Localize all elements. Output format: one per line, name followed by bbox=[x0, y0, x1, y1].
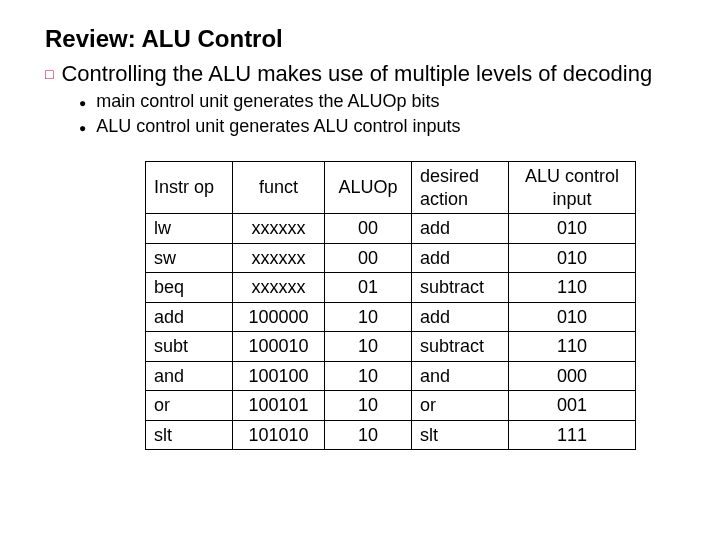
alu-control-table: Instr op funct ALUOp desired action ALU … bbox=[145, 161, 636, 450]
cell-aluop: 10 bbox=[325, 361, 412, 391]
cell-instr: subt bbox=[146, 332, 233, 362]
cell-action: subtract bbox=[412, 273, 509, 303]
cell-instr: slt bbox=[146, 420, 233, 450]
cell-funct: 100101 bbox=[233, 391, 325, 421]
sub-bullet-text: ALU control unit generates ALU control i… bbox=[96, 116, 460, 137]
main-bullet-text: Controlling the ALU makes use of multipl… bbox=[61, 61, 652, 87]
cell-funct: 100100 bbox=[233, 361, 325, 391]
main-bullet: □ Controlling the ALU makes use of multi… bbox=[45, 61, 690, 87]
cell-funct: xxxxxx bbox=[233, 243, 325, 273]
cell-funct: 101010 bbox=[233, 420, 325, 450]
cell-action: or bbox=[412, 391, 509, 421]
cell-funct: 100000 bbox=[233, 302, 325, 332]
col-header-aluop: ALUOp bbox=[325, 162, 412, 214]
cell-aluop: 10 bbox=[325, 420, 412, 450]
dot-bullet-icon: ● bbox=[79, 122, 86, 134]
cell-instr: sw bbox=[146, 243, 233, 273]
table-row: add10000010add010 bbox=[146, 302, 636, 332]
cell-instr: add bbox=[146, 302, 233, 332]
sub-bullet: ● ALU control unit generates ALU control… bbox=[79, 116, 690, 137]
cell-action: slt bbox=[412, 420, 509, 450]
cell-instr: beq bbox=[146, 273, 233, 303]
cell-ctrl: 110 bbox=[509, 273, 636, 303]
cell-action: and bbox=[412, 361, 509, 391]
cell-instr: or bbox=[146, 391, 233, 421]
sub-bullet-text: main control unit generates the ALUOp bi… bbox=[96, 91, 439, 112]
cell-ctrl: 001 bbox=[509, 391, 636, 421]
table-row: swxxxxxx00add010 bbox=[146, 243, 636, 273]
cell-ctrl: 111 bbox=[509, 420, 636, 450]
col-header-ctrl: ALU control input bbox=[509, 162, 636, 214]
cell-action: subtract bbox=[412, 332, 509, 362]
cell-ctrl: 010 bbox=[509, 302, 636, 332]
cell-aluop: 00 bbox=[325, 214, 412, 244]
table-row: and10010010and000 bbox=[146, 361, 636, 391]
cell-ctrl: 110 bbox=[509, 332, 636, 362]
dot-bullet-icon: ● bbox=[79, 97, 86, 109]
cell-aluop: 01 bbox=[325, 273, 412, 303]
col-header-funct: funct bbox=[233, 162, 325, 214]
cell-funct: 100010 bbox=[233, 332, 325, 362]
cell-action: add bbox=[412, 302, 509, 332]
cell-ctrl: 010 bbox=[509, 243, 636, 273]
table-row: subt10001010subtract110 bbox=[146, 332, 636, 362]
cell-ctrl: 010 bbox=[509, 214, 636, 244]
cell-aluop: 10 bbox=[325, 302, 412, 332]
cell-aluop: 00 bbox=[325, 243, 412, 273]
cell-aluop: 10 bbox=[325, 391, 412, 421]
square-bullet-icon: □ bbox=[45, 67, 53, 81]
cell-action: add bbox=[412, 214, 509, 244]
table-row: beqxxxxxx01subtract110 bbox=[146, 273, 636, 303]
col-header-action: desired action bbox=[412, 162, 509, 214]
cell-action: add bbox=[412, 243, 509, 273]
sub-bullet: ● main control unit generates the ALUOp … bbox=[79, 91, 690, 112]
cell-ctrl: 000 bbox=[509, 361, 636, 391]
cell-funct: xxxxxx bbox=[233, 273, 325, 303]
table-row: or10010110or001 bbox=[146, 391, 636, 421]
table-row: slt10101010slt111 bbox=[146, 420, 636, 450]
slide-title: Review: ALU Control bbox=[45, 25, 690, 53]
cell-instr: lw bbox=[146, 214, 233, 244]
alu-control-table-wrap: Instr op funct ALUOp desired action ALU … bbox=[145, 161, 690, 450]
col-header-instr: Instr op bbox=[146, 162, 233, 214]
cell-aluop: 10 bbox=[325, 332, 412, 362]
cell-funct: xxxxxx bbox=[233, 214, 325, 244]
cell-instr: and bbox=[146, 361, 233, 391]
table-row: lwxxxxxx00add010 bbox=[146, 214, 636, 244]
table-header-row: Instr op funct ALUOp desired action ALU … bbox=[146, 162, 636, 214]
